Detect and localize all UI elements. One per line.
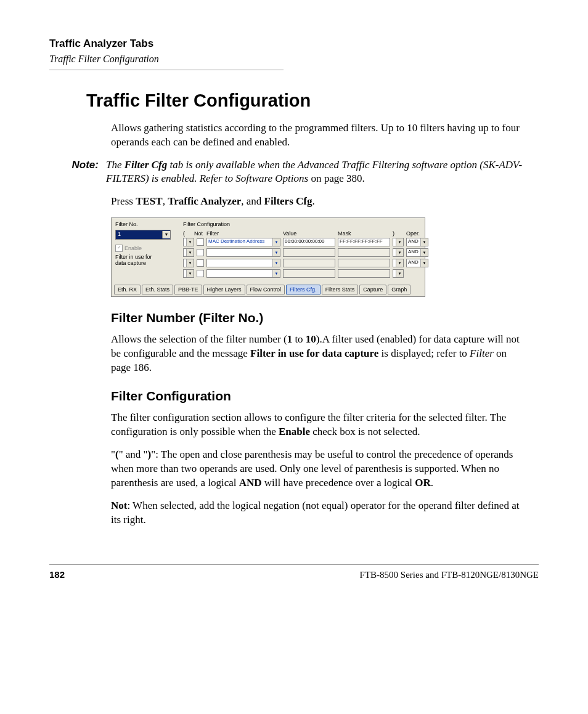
close-paren-dropdown[interactable]: ▼ bbox=[393, 269, 404, 278]
tab-flow-control[interactable]: Flow Control bbox=[247, 285, 285, 294]
chevron-down-icon: ▼ bbox=[186, 259, 194, 267]
chevron-down-icon: ▼ bbox=[396, 238, 403, 246]
tab-pbb-te[interactable]: PBB-TE bbox=[174, 285, 202, 294]
section-filter-number-title: Filter Number (Filter No.) bbox=[111, 309, 526, 327]
open-paren-dropdown[interactable]: ▼ bbox=[183, 238, 194, 246]
filter-config-p2: "(" and ")": The open and close parenthe… bbox=[111, 448, 526, 490]
doc-id: FTB-8500 Series and FTB-8120NGE/8130NGE bbox=[360, 569, 539, 581]
section-title: Traffic Filter Configuration bbox=[49, 52, 539, 66]
value-input[interactable] bbox=[283, 269, 335, 278]
intro-paragraph: Allows gathering statistics according to… bbox=[111, 121, 526, 150]
filter-row: ▼ ▼ ▼ AND▼ bbox=[183, 259, 428, 267]
filter-row: ▼ ▼ ▼ bbox=[183, 269, 428, 278]
chevron-down-icon: ▼ bbox=[396, 270, 403, 277]
open-paren-dropdown[interactable]: ▼ bbox=[183, 248, 194, 257]
close-paren-dropdown[interactable]: ▼ bbox=[393, 238, 404, 246]
not-checkbox[interactable] bbox=[197, 270, 204, 277]
filter-number-panel: Filter No. 1 ▼ ✓ Enable Filter in use fo… bbox=[115, 221, 171, 279]
filter-config-title: Filter Configuration bbox=[183, 221, 428, 228]
note-block: Note: The Filter Cfg tab is only availab… bbox=[62, 158, 539, 187]
filter-type-dropdown[interactable]: ▼ bbox=[206, 269, 280, 278]
enable-label: Enable bbox=[125, 245, 142, 252]
chapter-title: Traffic Analyzer Tabs bbox=[49, 37, 539, 51]
page-header: Traffic Analyzer Tabs Traffic Filter Con… bbox=[49, 37, 539, 70]
chevron-down-icon: ▼ bbox=[162, 231, 170, 238]
enable-checkbox[interactable]: ✓ bbox=[115, 245, 123, 252]
chevron-down-icon: ▼ bbox=[420, 259, 428, 267]
chevron-down-icon: ▼ bbox=[420, 249, 428, 256]
tab-eth-rx[interactable]: Eth. RX bbox=[114, 285, 141, 294]
chevron-down-icon: ▼ bbox=[396, 249, 403, 256]
section-filter-number-body: Allows the selection of the filter numbe… bbox=[111, 333, 526, 375]
chevron-down-icon: ▼ bbox=[272, 238, 280, 246]
not-checkbox[interactable] bbox=[197, 249, 204, 256]
filter-no-dropdown[interactable]: 1 ▼ bbox=[115, 230, 171, 240]
filter-config-p1: The filter configuration section allows … bbox=[111, 411, 526, 439]
press-instruction: Press TEST, Traffic Analyzer, and Filter… bbox=[111, 195, 526, 209]
not-checkbox[interactable] bbox=[197, 238, 204, 246]
mask-input[interactable] bbox=[338, 259, 390, 267]
value-input[interactable] bbox=[283, 259, 335, 267]
note-body: The Filter Cfg tab is only available whe… bbox=[106, 158, 526, 187]
mask-input[interactable]: FF:FF:FF:FF:FF:FF bbox=[338, 238, 390, 246]
chevron-down-icon: ▼ bbox=[272, 249, 280, 256]
mask-input[interactable] bbox=[338, 269, 390, 278]
filter-config-screenshot: Filter No. 1 ▼ ✓ Enable Filter in use fo… bbox=[111, 217, 425, 296]
chevron-down-icon: ▼ bbox=[272, 259, 280, 267]
filter-type-dropdown[interactable]: ▼ bbox=[206, 259, 280, 267]
chevron-down-icon: ▼ bbox=[396, 259, 403, 267]
page-footer: 182 FTB-8500 Series and FTB-8120NGE/8130… bbox=[49, 564, 539, 581]
column-headers: ( Not Filter Value Mask ) Oper. bbox=[183, 230, 428, 237]
section-filter-config-title: Filter Configuration bbox=[111, 387, 526, 405]
chevron-down-icon: ▼ bbox=[186, 270, 194, 277]
tab-eth-stats[interactable]: Eth. Stats bbox=[142, 285, 173, 294]
open-paren-dropdown[interactable]: ▼ bbox=[183, 259, 194, 267]
filter-type-dropdown[interactable]: ▼ bbox=[206, 248, 280, 257]
filter-config-panel: Filter Configuration ( Not Filter Value … bbox=[183, 221, 428, 279]
note-label: Note: bbox=[62, 158, 99, 187]
tab-bar: Eth. RX Eth. Stats PBB-TE Higher Layers … bbox=[112, 285, 425, 296]
enable-checkbox-row: ✓ Enable bbox=[115, 245, 171, 252]
filter-config-p3: Not: When selected, add the logical nega… bbox=[111, 499, 526, 527]
open-paren-dropdown[interactable]: ▼ bbox=[183, 269, 194, 278]
filter-in-use-msg-1: Filter in use for bbox=[115, 254, 171, 261]
operator-dropdown[interactable]: AND▼ bbox=[406, 238, 428, 246]
filter-type-dropdown[interactable]: MAC Destination Address▼ bbox=[206, 238, 280, 246]
tab-graph[interactable]: Graph bbox=[388, 285, 410, 294]
page-number: 182 bbox=[49, 569, 65, 581]
tab-filters-stats[interactable]: Filters Stats bbox=[322, 285, 359, 294]
tab-filters-cfg[interactable]: Filters Cfg. bbox=[286, 285, 321, 294]
page-title: Traffic Filter Configuration bbox=[86, 89, 539, 113]
header-rule bbox=[49, 70, 284, 70]
filter-no-label: Filter No. bbox=[115, 221, 171, 228]
value-input[interactable]: 00:00:00:00:00:00 bbox=[283, 238, 335, 246]
chevron-down-icon: ▼ bbox=[420, 238, 428, 246]
tab-higher-layers[interactable]: Higher Layers bbox=[203, 285, 245, 294]
operator-dropdown[interactable]: AND▼ bbox=[406, 259, 428, 267]
filter-in-use-msg-2: data capture bbox=[115, 260, 171, 267]
chevron-down-icon: ▼ bbox=[272, 270, 280, 277]
not-checkbox[interactable] bbox=[197, 259, 204, 267]
close-paren-dropdown[interactable]: ▼ bbox=[393, 248, 404, 257]
operator-dropdown[interactable]: AND▼ bbox=[406, 248, 428, 257]
tab-capture[interactable]: Capture bbox=[359, 285, 386, 294]
close-paren-dropdown[interactable]: ▼ bbox=[393, 259, 404, 267]
filter-row: ▼ MAC Destination Address▼ 00:00:00:00:0… bbox=[183, 238, 428, 246]
chevron-down-icon: ▼ bbox=[186, 238, 194, 246]
value-input[interactable] bbox=[283, 248, 335, 257]
mask-input[interactable] bbox=[338, 248, 390, 257]
filter-row: ▼ ▼ ▼ AND▼ bbox=[183, 248, 428, 257]
chevron-down-icon: ▼ bbox=[186, 249, 194, 256]
